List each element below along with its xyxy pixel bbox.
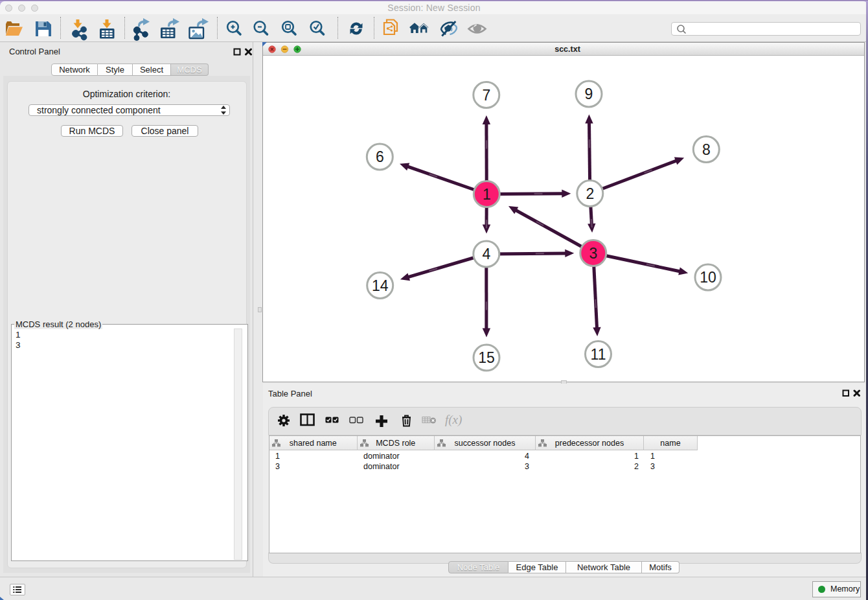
svg-text:8: 8: [702, 141, 711, 158]
svg-text:3: 3: [589, 245, 597, 262]
svg-text:6: 6: [376, 148, 384, 165]
svg-text:1: 1: [483, 186, 491, 203]
svg-text:2: 2: [586, 185, 594, 202]
svg-text:15: 15: [478, 349, 495, 366]
svg-text:10: 10: [700, 269, 716, 286]
svg-text:11: 11: [591, 346, 606, 363]
svg-text:7: 7: [482, 87, 490, 104]
svg-text:14: 14: [372, 277, 389, 294]
svg-text:4: 4: [482, 246, 490, 262]
svg-text:9: 9: [585, 86, 593, 102]
